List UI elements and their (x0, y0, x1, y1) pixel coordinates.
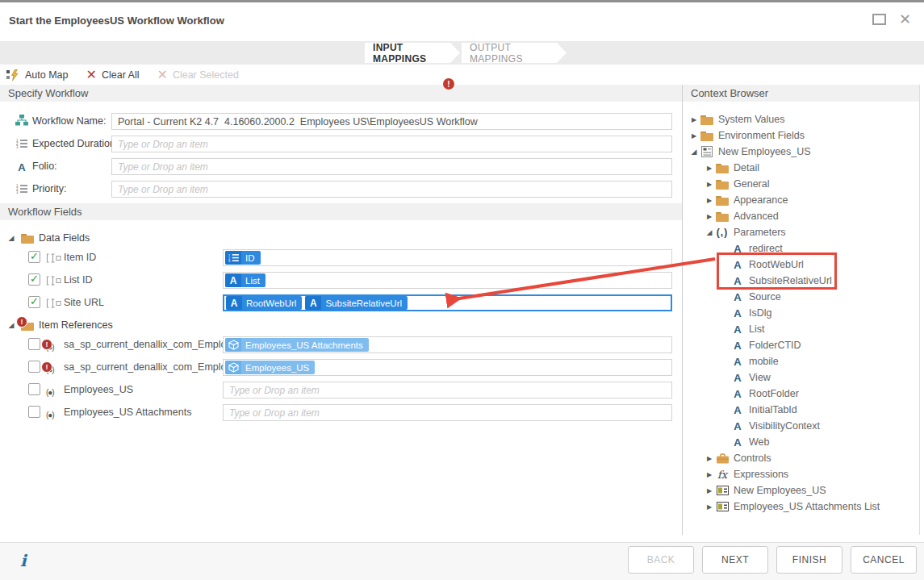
tree-item-web[interactable]: AWeb (683, 434, 919, 450)
caret-collapsed-icon[interactable]: ▶ (689, 116, 699, 123)
param-icon: A (734, 405, 741, 415)
clear-selected-button[interactable]: ✕ Clear Selected (157, 69, 238, 81)
clear-all-button[interactable]: ✕ Clear All (86, 69, 140, 81)
tree-item-parameters[interactable]: ◢(,)Parameters (683, 224, 919, 240)
folder-icon (700, 131, 713, 141)
tree-item-label: Advanced (734, 211, 779, 222)
caret-collapsed-icon[interactable]: ▶ (704, 455, 714, 462)
tree-item-initialtabid[interactable]: AInitialTabId (683, 402, 919, 418)
group-header: ◢Data Fields (0, 230, 682, 246)
row-checkbox[interactable] (28, 273, 40, 286)
row-checkbox[interactable] (28, 361, 40, 373)
tree-item-new-employees-us[interactable]: ▶New Employees_US (683, 482, 919, 499)
field-value: Portal - Current K2 4.7 4.16060.2000.2 E… (118, 116, 478, 127)
chip-label: ID (245, 253, 255, 263)
caret-expanded-icon[interactable]: ◢ (704, 228, 714, 236)
clear-selected-label: Clear Selected (173, 69, 239, 81)
tree-item-view[interactable]: AView (683, 369, 919, 386)
cancel-button[interactable]: CANCEL (851, 546, 917, 574)
tree-item-label: System Values (718, 114, 784, 125)
itemref-error-icon: (●)! (46, 343, 54, 352)
row-label: Employees_US (64, 384, 133, 395)
tree-item-employees-us-attachments-list[interactable]: ▶Employees_US Attachments List (683, 499, 919, 515)
numlist-icon: 123 (15, 139, 29, 148)
tree-item-rootweburl[interactable]: ARootWebUrl (683, 257, 919, 273)
tree-item-source[interactable]: ASource (683, 289, 919, 305)
mapping-input[interactable]: Employees_US (223, 359, 672, 376)
tree-item-folderctid[interactable]: AFolderCTID (683, 337, 919, 353)
folio-input[interactable]: Type or Drop an item (111, 158, 672, 175)
tree-item-general[interactable]: ▶General (683, 176, 919, 192)
caret-collapsed-icon[interactable]: ▶ (704, 165, 714, 172)
tree-item-label: IsDlg (749, 307, 771, 319)
caret-collapsed-icon[interactable]: ▶ (704, 487, 714, 494)
tree-item-rootfolder[interactable]: ARootFolder (683, 386, 919, 402)
fieldref-icon (46, 253, 61, 263)
row-checkbox[interactable] (28, 406, 40, 418)
mapping-chip[interactable]: Employees_US Attachments (225, 338, 369, 352)
caret-collapsed-icon[interactable]: ▶ (704, 181, 714, 188)
tree-item-visibilitycontext[interactable]: AVisibilityContext (683, 418, 919, 434)
mapping-chip[interactable]: 123ID (225, 251, 261, 265)
mapping-chip[interactable]: ASubsiteRelativeUrl (305, 296, 408, 310)
row-checkbox[interactable] (28, 296, 40, 308)
tree-item-subsiterelativeurl[interactable]: ASubsiteRelativeUrl (683, 273, 919, 289)
tab-strip: INPUT MAPPINGS OUTPUT MAPPINGS ! (0, 41, 924, 65)
mapping-input[interactable]: 123ID (223, 249, 672, 266)
toolbar: Auto Map ✕ Clear All ✕ Clear Selected (0, 65, 239, 86)
finish-button[interactable]: FINISH (776, 546, 842, 574)
tree-item-system-values[interactable]: ▶System Values (683, 111, 919, 127)
svg-text:3: 3 (228, 259, 231, 262)
caret-collapsed-icon[interactable]: ▶ (704, 197, 714, 204)
mapping-input[interactable]: AList (223, 272, 672, 289)
mapping-input[interactable]: Type or Drop an item (223, 382, 672, 398)
tree-item-appearance[interactable]: ▶Appearance (683, 192, 919, 208)
field-placeholder: Type or Drop an item (225, 385, 320, 396)
mapping-input[interactable]: Type or Drop an item (223, 404, 672, 421)
workflow-name-input[interactable]: Portal - Current K2 4.7 4.16060.2000.2 E… (111, 113, 672, 130)
tree-item-redirect[interactable]: Aredirect (683, 240, 919, 257)
field-mapping-row: List IDAList (0, 272, 682, 289)
itemref-icon: (●) (46, 411, 54, 419)
tree-item-advanced[interactable]: ▶Advanced (683, 208, 919, 224)
tab-input-mappings[interactable]: INPUT MAPPINGS (365, 43, 460, 63)
field-label: Workflow Name: (32, 115, 106, 127)
tree-item-environment-fields[interactable]: ▶Environment Fields (683, 127, 919, 144)
caret-expanded-icon[interactable]: ◢ (689, 148, 699, 156)
tree-item-list[interactable]: AList (683, 321, 919, 337)
tree-item-controls[interactable]: ▶Controls (683, 450, 919, 466)
mapping-input[interactable]: ARootWebUrlASubsiteRelativeUrl (223, 294, 672, 311)
tree-item-detail[interactable]: ▶Detail (683, 160, 919, 176)
caret-expanded-icon[interactable]: ◢ (6, 321, 16, 329)
field-row-folio: AFolio:Type or Drop an item (0, 158, 682, 175)
context-browser: Context Browser ▶System Values▶Environme… (682, 85, 920, 535)
caret-expanded-icon[interactable]: ◢ (6, 234, 16, 242)
auto-map-button[interactable]: Auto Map (6, 69, 69, 81)
tree-item-mobile[interactable]: Amobile (683, 353, 919, 369)
tree-item-expressions[interactable]: ▶fxExpressions (683, 466, 919, 482)
mapping-chip[interactable]: ARootWebUrl (226, 296, 302, 310)
close-icon[interactable] (899, 14, 911, 25)
tab-label: INPUT MAPPINGS (373, 42, 444, 65)
maximize-icon[interactable] (872, 14, 886, 25)
param-icon: A (734, 373, 741, 383)
row-checkbox[interactable] (28, 251, 40, 263)
field-placeholder: Type or Drop an item (225, 407, 320, 419)
caret-collapsed-icon[interactable]: ▶ (689, 132, 699, 140)
mapping-input[interactable]: Employees_US Attachments (223, 336, 672, 353)
tree-item-isdlg[interactable]: AIsDlg (683, 305, 919, 321)
caret-collapsed-icon[interactable]: ▶ (704, 471, 714, 478)
row-checkbox[interactable] (28, 383, 40, 395)
tree-item-new-employees-us[interactable]: ◢New Employees_US (683, 144, 919, 160)
caret-collapsed-icon[interactable]: ▶ (704, 503, 714, 511)
expected-duration-input[interactable]: Type or Drop an item (111, 136, 672, 152)
priority-input[interactable]: Type or Drop an item (111, 181, 672, 198)
mapping-chip[interactable]: Employees_US (225, 361, 315, 374)
back-button[interactable]: BACK (628, 546, 694, 574)
folder-icon (716, 179, 729, 190)
tab-output-mappings[interactable]: OUTPUT MAPPINGS (462, 43, 567, 63)
next-button[interactable]: NEXT (702, 546, 768, 574)
mapping-chip[interactable]: AList (225, 273, 265, 287)
row-checkbox[interactable] (28, 338, 40, 350)
caret-collapsed-icon[interactable]: ▶ (704, 213, 714, 220)
